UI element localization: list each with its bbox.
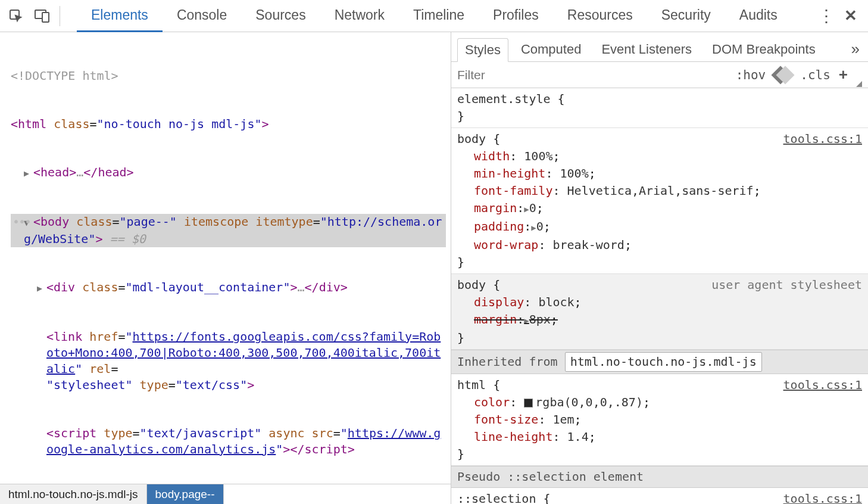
tab-audits[interactable]: Audits	[725, 0, 792, 32]
kebab-menu-icon[interactable]: ⋮	[818, 8, 835, 24]
expander-icon[interactable]	[37, 279, 46, 297]
tab-network[interactable]: Network	[320, 0, 399, 32]
source-link[interactable]: tools.css:1	[783, 377, 862, 394]
script-ga[interactable]: <script type="text/javascript" async src…	[11, 425, 446, 458]
device-toggle-icon[interactable]	[31, 5, 54, 27]
html-open[interactable]: <html class="no-touch no-js mdl-js">	[11, 116, 446, 132]
div-container[interactable]: <div class="mdl-layout__container">…</di…	[11, 279, 446, 297]
link-fonts[interactable]: <link href="https://fonts.googleapis.com…	[11, 329, 446, 393]
color-swatch-icon[interactable]	[524, 399, 533, 407]
tab-resources[interactable]: Resources	[553, 0, 647, 32]
overflow-tabs-icon[interactable]: »	[849, 40, 862, 58]
rtab-dom-breakpoints[interactable]: DOM Breakpoints	[704, 38, 823, 61]
shorthand-expand-icon[interactable]: ▶	[531, 223, 536, 232]
tab-elements[interactable]: Elements	[77, 0, 163, 32]
toolbar-right: ⋮ ✕	[818, 7, 863, 25]
svg-rect-2	[42, 13, 49, 22]
tab-console[interactable]: Console	[163, 0, 241, 32]
divider	[60, 6, 60, 26]
main-tabs: Elements Console Sources Network Timelin…	[77, 0, 792, 32]
inspect-element-icon[interactable]	[5, 5, 27, 27]
rule-element-style[interactable]: element.style { }	[451, 88, 868, 128]
new-style-rule-icon[interactable]: +	[839, 66, 848, 84]
dom-tree[interactable]: <!DOCTYPE html> <html class="no-touch no…	[0, 32, 451, 484]
rule-html-tools[interactable]: tools.css:1 html { color: rgba(0,0,0,.87…	[451, 374, 868, 466]
expander-icon[interactable]	[24, 164, 33, 182]
main-toolbar: Elements Console Sources Network Timelin…	[0, 0, 868, 32]
source-link[interactable]: tools.css:1	[783, 130, 862, 148]
styles-filter-input[interactable]	[457, 68, 547, 82]
styles-filter-row: :hov .cls +	[451, 62, 868, 88]
devtools-root: Elements Console Sources Network Timelin…	[0, 0, 868, 504]
cls-toggle[interactable]: .cls	[800, 68, 830, 82]
rule-selection[interactable]: tools.css:1 ::selection {	[451, 488, 868, 504]
gutter-dots-icon: •••	[13, 214, 30, 230]
head-collapsed[interactable]: <head>…</head>	[11, 164, 446, 182]
styles-panel: Styles Computed Event Listeners DOM Brea…	[451, 32, 868, 504]
shorthand-expand-icon[interactable]: ▶	[524, 204, 529, 214]
rtab-event-listeners[interactable]: Event Listeners	[594, 38, 700, 61]
rtab-computed[interactable]: Computed	[513, 38, 589, 61]
tab-security[interactable]: Security	[647, 0, 725, 32]
rtab-styles[interactable]: Styles	[457, 38, 508, 62]
pseudo-header: Pseudo ::selection element	[451, 466, 868, 488]
hov-toggle[interactable]: :hov	[736, 68, 766, 82]
rule-body-tools[interactable]: tools.css:1 body { width: 100%; min-heig…	[451, 128, 868, 274]
body-open-selected[interactable]: •••<body class="page--" itemscope itemty…	[11, 214, 446, 247]
source-label: user agent stylesheet	[711, 276, 862, 294]
crumb-body[interactable]: body.page--	[147, 484, 224, 504]
shorthand-expand-icon[interactable]: ▶	[524, 316, 529, 325]
doctype-line[interactable]: <!DOCTYPE html>	[11, 68, 446, 84]
resize-corner-icon[interactable]	[856, 81, 862, 87]
crumb-html[interactable]: html.no-touch.no-js.mdl-js	[0, 484, 147, 504]
styles-list[interactable]: element.style { } tools.css:1 body { wid…	[451, 88, 868, 504]
breadcrumb: html.no-touch.no-js.mdl-js body.page--	[0, 484, 451, 504]
source-link[interactable]: tools.css:1	[783, 490, 862, 504]
sidebar-tabs: Styles Computed Event Listeners DOM Brea…	[451, 32, 868, 62]
color-format-icon[interactable]	[774, 69, 792, 82]
close-icon[interactable]: ✕	[844, 7, 857, 25]
main-split: <!DOCTYPE html> <html class="no-touch no…	[0, 32, 868, 504]
tab-timeline[interactable]: Timeline	[399, 0, 479, 32]
tab-sources[interactable]: Sources	[241, 0, 320, 32]
tab-profiles[interactable]: Profiles	[479, 0, 553, 32]
inherited-header: Inherited from html.no-touch.no-js.mdl-j…	[451, 350, 868, 374]
rule-body-ua[interactable]: user agent stylesheet body { display: bl…	[451, 274, 868, 350]
inherited-chip[interactable]: html.no-touch.no-js.mdl-js	[565, 352, 762, 372]
elements-panel: <!DOCTYPE html> <html class="no-touch no…	[0, 32, 451, 504]
